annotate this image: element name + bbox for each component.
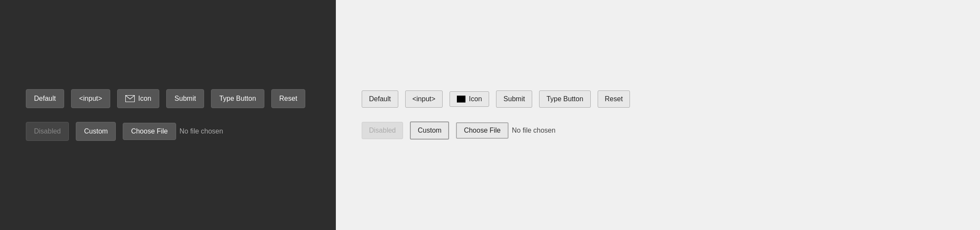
dark-row-2: Disabled Custom Choose File No file chos…: [26, 122, 310, 141]
dark-input-button[interactable]: <input>: [71, 89, 110, 108]
dark-disabled-button: Disabled: [26, 122, 69, 141]
light-file-input-wrapper: Choose File No file chosen: [456, 122, 555, 139]
light-typebutton-button[interactable]: Type Button: [539, 90, 590, 108]
dark-row-1: Default <input> Icon Submit Type Button …: [26, 89, 310, 108]
light-no-file-text: No file chosen: [512, 127, 555, 134]
dark-icon-button-label: Icon: [138, 94, 151, 103]
dark-no-file-text: No file chosen: [180, 127, 223, 135]
dark-submit-button[interactable]: Submit: [166, 89, 204, 108]
dark-default-button[interactable]: Default: [26, 89, 64, 108]
square-icon: [457, 96, 465, 103]
light-custom-button[interactable]: Custom: [410, 121, 449, 140]
dark-file-input-wrapper: Choose File No file chosen: [123, 123, 223, 140]
dark-reset-button[interactable]: Reset: [271, 89, 306, 108]
dark-custom-button[interactable]: Custom: [76, 122, 116, 141]
light-choose-file-button[interactable]: Choose File: [456, 122, 508, 139]
envelope-icon: [125, 95, 135, 102]
light-submit-button[interactable]: Submit: [496, 90, 532, 108]
light-panel: Default <input> Icon Submit Type Button …: [336, 0, 980, 230]
light-reset-button[interactable]: Reset: [598, 90, 630, 108]
dark-choose-file-button[interactable]: Choose File: [123, 123, 176, 140]
dark-panel: Default <input> Icon Submit Type Button …: [0, 0, 336, 230]
light-icon-button[interactable]: Icon: [450, 91, 489, 107]
dark-icon-button[interactable]: Icon: [117, 89, 159, 108]
light-default-button[interactable]: Default: [362, 90, 398, 108]
light-input-button[interactable]: <input>: [405, 90, 443, 108]
dark-typebutton-button[interactable]: Type Button: [211, 89, 264, 108]
light-icon-button-label: Icon: [469, 95, 482, 103]
light-row-2: Disabled Custom Choose File No file chos…: [362, 121, 954, 140]
light-row-1: Default <input> Icon Submit Type Button …: [362, 90, 954, 108]
light-disabled-button: Disabled: [362, 122, 403, 139]
